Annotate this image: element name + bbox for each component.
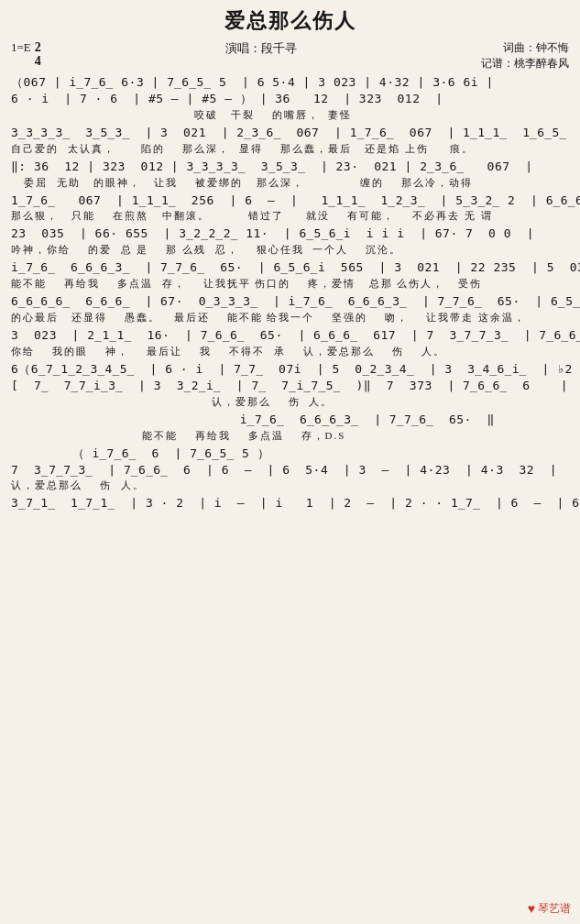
time-bottom: 4 (35, 54, 41, 68)
score-line: 3 023 | 2̲1̲1̲ 16· | 7̲6̲6̲ 65· | 6̲6̲6̲… (11, 328, 569, 344)
arranger-label: 记谱：桃李醉春风 (481, 56, 569, 72)
time-top: 2 (35, 40, 41, 54)
key-label: 1=E (11, 40, 31, 55)
meta-row: 1=E 2 4 演唱：段千寻 词曲：钟不悔 记谱：桃李醉春风 (11, 40, 569, 72)
key-time: 1=E 2 4 (11, 40, 41, 69)
score-line: 7 3̲7̲7̲3̲ | 7̲6̲6̲ 6 | 6 — | 6 5·4 | 3 … (11, 463, 569, 478)
score-line: 6̲6̲6̲6̲ 6̲6̲6̲ | 67· 0̲3̲3̲3̲ | i̲7̲6̲ … (11, 294, 569, 310)
lyric-line: 能不能 再给我 多点温 存，D.S (11, 429, 569, 443)
score-line: （ i̲7̲6̲ 6 | 7̲6̲5̲ 5 ） (11, 446, 569, 462)
lyric-line: 吟神，你给 的爱 总 是 那 么残 忍， 狠心任我 一个人 沉沦。 (11, 243, 569, 257)
lyric-line: 自己爱的 太认真， 陷的 那么深， 显得 那么蠢，最后 还是焰 上伤 痕。 (11, 142, 569, 156)
song-title: 爱总那么伤人 (11, 7, 569, 35)
score-line: 3̲3̲3̲3̲ 3̲5̲3̲ | 3 021 | 2̲3̲6̲ 067 | 1… (11, 126, 569, 141)
score-line: i̲7̲6̲ 6̲6̲6̲3̲ | 7̲7̲6̲ 65· | 6̲5̲6̲i 5… (11, 260, 569, 276)
lyric-line: 认，爱那么 伤 人。 (11, 395, 569, 409)
lyric-line: 能不能 再给我 多点温 存， 让我抚平 伤口的 疼，爱情 总那 么伤人， 受伤 (11, 277, 569, 291)
singer-label: 演唱：段千寻 (225, 40, 297, 57)
score-content: （067 | i̲7̲6̲ 6·3 | 7̲6̲5̲ 5 | 6 5·4 | 3… (11, 75, 569, 512)
lyric-line: 委屈 无助 的眼神， 让我 被爱绑的 那么深， 缠的 那么冷，动得 (11, 176, 569, 190)
heart-icon: ♥ (528, 902, 535, 917)
score-line: 6 · i | 7 · 6 | #5 — | #5 — ） | 36 12 | … (11, 92, 569, 107)
lyric-line: 咬破 干裂 的嘴唇， 妻怪 (11, 108, 569, 122)
score-line: i̲7̲6̲ 6̲6̲6̲3̲ | 7̲7̲6̲ 65· ‖ (11, 412, 569, 428)
page-container: 爱总那么伤人 1=E 2 4 演唱：段千寻 词曲：钟不悔 记谱：桃李醉春风 （0… (11, 7, 569, 512)
singer-info: 演唱：段千寻 (225, 40, 297, 57)
score-line: 6（6̲7̲1̲2̲3̲4̲5̲ | 6 · i | 7̲7̲ 07i | 5 … (11, 362, 569, 378)
lyric-line: 你给 我的眼 神， 最后让 我 不得不 承 认，爱总那么 伤 人。 (11, 345, 569, 358)
score-line: [ 7̲ 7̲7̲i̲3̲ | 3 3̲2̲i̲ | 7̲ 7̲i̲7̲5̲ )… (11, 379, 569, 394)
time-signature: 2 4 (35, 40, 41, 69)
score-line: ‖: 36 12 | 323 012 | 3̲3̲3̲3̲ 3̲5̲3̲ | 2… (11, 160, 569, 175)
lyricist-label: 词曲：钟不悔 (481, 40, 569, 56)
lyric-line: 那么狠， 只能 在煎熬 中翻滚。 错过了 就没 有可能， 不必再去 无 谓 (11, 209, 569, 223)
lyric-line: 认，爱总那么 伤 人。 (11, 478, 569, 492)
score-line: 1̲7̲6̲ 067 | 1̲1̲1̲ 256 | 6 — | 1̲1̲1̲ 1… (11, 193, 569, 209)
watermark-text: 琴艺谱 (538, 901, 571, 917)
watermark: ♥ 琴艺谱 (528, 901, 571, 917)
score-line: 3̲7̲1̲ 1̲7̲1̲ | 3 · 2 | i — | i 1 | 2 — … (11, 496, 569, 512)
lyric-line: 的心最后 还显得 愚蠢。 最后还 能不能 给我一个 坚强的 吻， 让我带走 这余… (11, 311, 569, 324)
score-line: 23 035 | 66· 655 | 3̲2̲2̲2̲ 11· | 6̲5̲6̲… (11, 226, 569, 242)
score-line: （067 | i̲7̲6̲ 6·3 | 7̲6̲5̲ 5 | 6 5·4 | 3… (11, 75, 569, 91)
credits: 词曲：钟不悔 记谱：桃李醉春风 (481, 40, 569, 72)
